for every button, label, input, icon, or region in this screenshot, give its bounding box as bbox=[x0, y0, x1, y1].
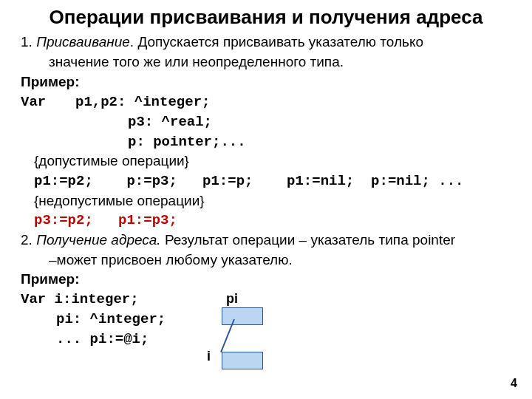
valid-assignments: p1:=p2; p:=p3; p1:=p; p1:=nil; p:=nil; .… bbox=[21, 172, 511, 191]
section-1-lead: 1. bbox=[21, 34, 36, 50]
section-2-line-1: 2. Получение адреса. Результат операции … bbox=[21, 231, 511, 250]
comment-invalid-ops: {недопустимые операции} bbox=[21, 192, 511, 211]
section-2-name: Получение адреса. bbox=[36, 232, 161, 248]
section-1-line-1: 1. Присваивание. Допускается присваивать… bbox=[21, 33, 511, 52]
diagram-box-i bbox=[222, 352, 263, 369]
code1-decl-1: p1,p2: ^integer; bbox=[75, 94, 210, 110]
code1-var-row: Varp1,p2: ^integer; bbox=[21, 92, 511, 112]
var-keyword: Var bbox=[21, 93, 75, 112]
invalid-assignments: p3:=p2; p1:=p3; bbox=[21, 211, 511, 230]
slide-title: Операции присваивания и получения адреса bbox=[21, 6, 511, 29]
section-2-rest: Результат операции – указатель типа poin… bbox=[161, 232, 455, 248]
pointer-diagram: pi i bbox=[200, 294, 288, 383]
section-1-line-2: значение того же или неопределенного тип… bbox=[21, 53, 511, 72]
page-number: 4 bbox=[511, 377, 517, 390]
section-2-line-2: –может присвоен любому указателю. bbox=[21, 251, 511, 270]
diagram-label-pi: pi bbox=[226, 291, 238, 307]
slide: Операции присваивания и получения адреса… bbox=[0, 0, 532, 399]
section-1-name: Присваивание bbox=[36, 34, 130, 50]
code1-decl-3: p: pointer;... bbox=[21, 133, 511, 151]
diagram-box-pi bbox=[222, 307, 263, 325]
section-2-lead: 2. bbox=[21, 232, 36, 248]
diagram-label-i: i bbox=[207, 349, 211, 364]
comment-valid-ops: {допустимые операции} bbox=[21, 152, 511, 171]
section-1-rest: . Допускается присваивать указателю толь… bbox=[130, 34, 423, 50]
example-label-2: Пример: bbox=[21, 270, 511, 289]
code1-decl-2: p3: ^real; bbox=[21, 113, 511, 132]
example-label-1: Пример: bbox=[21, 73, 511, 92]
